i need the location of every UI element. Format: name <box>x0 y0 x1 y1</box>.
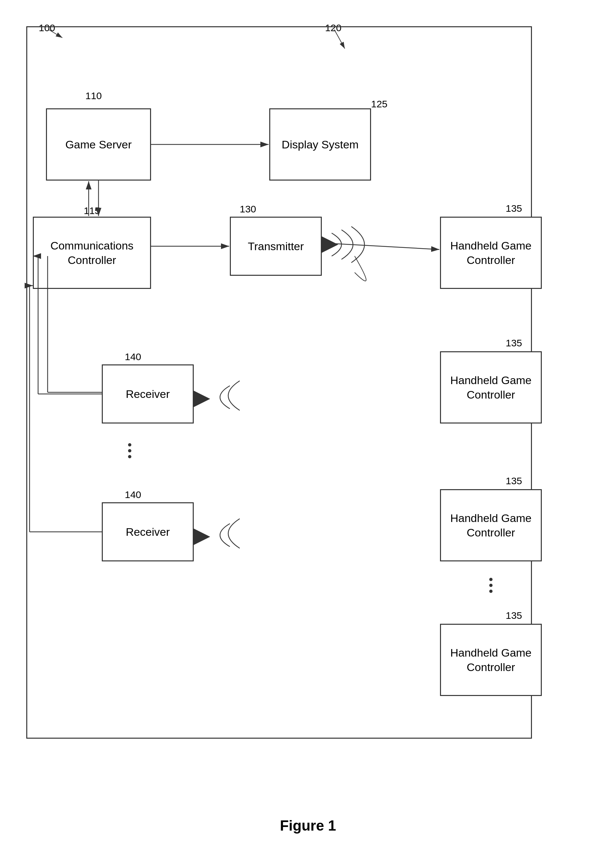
hgc1-box: Handheld Game Controller <box>440 217 542 289</box>
dots-receivers <box>128 443 131 458</box>
hgc2-box: Handheld Game Controller <box>440 351 542 424</box>
label-110: 110 <box>86 90 102 102</box>
display-system-box: Display System <box>269 108 371 180</box>
hgc4-box: Handheld Game Controller <box>440 624 542 696</box>
label-135b: 135 <box>506 338 522 349</box>
label-135a: 135 <box>506 203 522 214</box>
label-135c: 135 <box>506 475 522 487</box>
receiver2-box: Receiver <box>102 502 194 561</box>
dots-hgcs <box>489 578 492 593</box>
label-115: 115 <box>84 205 100 216</box>
label-135d: 135 <box>506 610 522 621</box>
hgc3-box: Handheld Game Controller <box>440 489 542 561</box>
label-130: 130 <box>240 204 256 215</box>
transmitter-box: Transmitter <box>230 217 322 276</box>
figure-caption: Figure 1 <box>280 817 336 834</box>
receiver1-box: Receiver <box>102 364 194 424</box>
game-server-box: Game Server <box>46 108 151 180</box>
comm-controller-box: Communications Controller <box>33 217 151 289</box>
label-140b: 140 <box>125 489 141 500</box>
label-140a: 140 <box>125 351 141 362</box>
label-125: 125 <box>371 99 387 110</box>
